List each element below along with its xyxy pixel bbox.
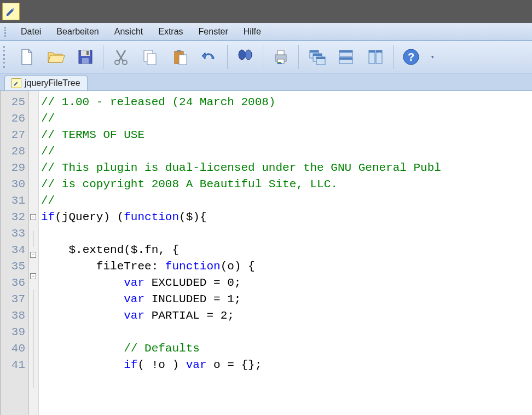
line-number: 30 [9, 176, 25, 193]
line-number: 26 [9, 111, 25, 127]
cut-icon [111, 47, 131, 67]
copy-icon [141, 47, 160, 67]
menubar-grip[interactable] [4, 26, 8, 37]
svg-text:?: ? [408, 51, 414, 63]
open-folder-icon [46, 47, 66, 67]
new-file-icon [16, 47, 36, 67]
code-line[interactable]: var PARTIAL = 2; [41, 308, 532, 324]
code-line[interactable] [41, 324, 532, 341]
code-editor[interactable]: 2526272829303132333435363738394041 −−− /… [0, 91, 532, 415]
line-number: 40 [9, 341, 25, 357]
code-line[interactable]: // This plugin is dual-licensed under th… [41, 160, 532, 176]
line-number: 31 [9, 193, 25, 209]
svg-rect-18 [310, 50, 319, 53]
menu-ansicht[interactable]: Ansicht [107, 25, 151, 39]
cascade-icon [307, 47, 326, 67]
paste-button[interactable] [166, 44, 194, 70]
code-line[interactable]: // [41, 111, 532, 127]
line-number: 41 [9, 357, 25, 373]
toolbar-separator [393, 45, 394, 69]
undo-icon [200, 47, 219, 67]
save-icon [76, 47, 95, 67]
svg-rect-3 [86, 51, 89, 55]
titlebar [0, 0, 532, 23]
menu-fenster[interactable]: Fenster [191, 25, 236, 39]
print-button[interactable] [267, 44, 295, 70]
line-number: 25 [9, 94, 25, 111]
menu-extras[interactable]: Extras [151, 25, 190, 39]
cut-button[interactable] [107, 44, 135, 70]
line-number: 32 [9, 209, 25, 226]
svg-rect-7 [147, 54, 156, 65]
fold-guide [33, 339, 38, 355]
fold-guide [33, 306, 38, 322]
code-line[interactable] [41, 226, 532, 242]
code-line[interactable]: if( !o ) var o = {}; [41, 357, 532, 373]
line-number-gutter: 2526272829303132333435363738394041 [1, 91, 29, 415]
code-line[interactable]: $.extend($.fn, { [41, 242, 532, 258]
line-number: 38 [9, 308, 25, 324]
svg-point-5 [123, 60, 127, 65]
code-line[interactable]: var EXCLUDED = 0; [41, 275, 532, 291]
tile-vertical-button[interactable] [361, 44, 390, 70]
fold-toggle[interactable]: − [30, 273, 36, 279]
line-number: 28 [9, 143, 25, 160]
svg-rect-20 [313, 54, 322, 56]
fold-guide [33, 322, 38, 339]
menu-hilfe[interactable]: Hilfe [236, 25, 269, 39]
cascade-windows-button[interactable] [302, 44, 331, 70]
svg-rect-30 [376, 50, 382, 53]
svg-rect-13 [244, 53, 246, 56]
code-line[interactable]: fileTree: function(o) { [41, 258, 532, 275]
svg-point-4 [115, 60, 119, 65]
code-line[interactable]: // is copyright 2008 A Beautiful Site, L… [41, 176, 532, 193]
tab-jqueryfiletree[interactable]: jqueryFileTree [4, 76, 88, 90]
svg-rect-24 [339, 50, 352, 53]
menubar: Datei Bearbeiten Ansicht Extras Fenster … [0, 23, 532, 41]
svg-rect-9 [177, 50, 181, 53]
tab-label: jqueryFileTree [25, 78, 80, 88]
svg-rect-22 [316, 57, 325, 59]
help-button[interactable]: ? [397, 44, 425, 70]
app-icon [2, 3, 20, 20]
fold-guide [33, 372, 38, 388]
print-icon [271, 47, 291, 67]
undo-button[interactable] [195, 44, 224, 70]
toolbar-separator [227, 45, 228, 69]
new-file-button[interactable] [12, 44, 41, 70]
save-button[interactable] [71, 44, 100, 70]
toolbar-separator [103, 45, 103, 69]
paste-icon [170, 47, 190, 67]
tabbar: jqueryFileTree [0, 73, 532, 91]
code-line[interactable]: // TERMS OF USE [41, 127, 532, 143]
help-icon: ? [401, 47, 421, 67]
line-number: 29 [9, 160, 25, 176]
code-line[interactable]: // [41, 143, 532, 160]
fold-guide [33, 355, 38, 372]
fold-toggle[interactable]: − [30, 252, 36, 258]
code-line[interactable]: if(jQuery) (function($){ [41, 209, 532, 226]
open-button[interactable] [42, 44, 70, 70]
toolbar-overflow[interactable]: ▾ [429, 44, 436, 70]
code-content[interactable]: // 1.00 - released (24 March 2008)//// T… [39, 91, 532, 415]
find-button[interactable] [231, 44, 259, 70]
toolbar-separator [263, 45, 263, 69]
fold-toggle[interactable]: − [30, 214, 36, 220]
tile-horizontal-button[interactable] [332, 44, 360, 70]
code-line[interactable]: // Defaults [41, 341, 532, 357]
code-line[interactable]: // 1.00 - released (24 March 2008) [41, 94, 532, 111]
code-line[interactable]: var INCLUDED = 1; [41, 291, 532, 308]
copy-button[interactable] [136, 44, 165, 70]
toolbar-grip[interactable] [3, 45, 7, 69]
line-number: 35 [9, 258, 25, 275]
svg-rect-26 [339, 57, 352, 60]
menu-bearbeiten[interactable]: Bearbeiten [49, 25, 106, 39]
line-number: 27 [9, 127, 25, 143]
line-number: 34 [9, 242, 25, 258]
svg-rect-10 [179, 55, 187, 65]
tile-vertical-icon [366, 47, 385, 67]
menu-datei[interactable]: Datei [13, 25, 49, 39]
chevron-down-icon: ▾ [431, 54, 434, 60]
code-line[interactable]: // [41, 193, 532, 209]
tile-horizontal-icon [336, 47, 356, 67]
